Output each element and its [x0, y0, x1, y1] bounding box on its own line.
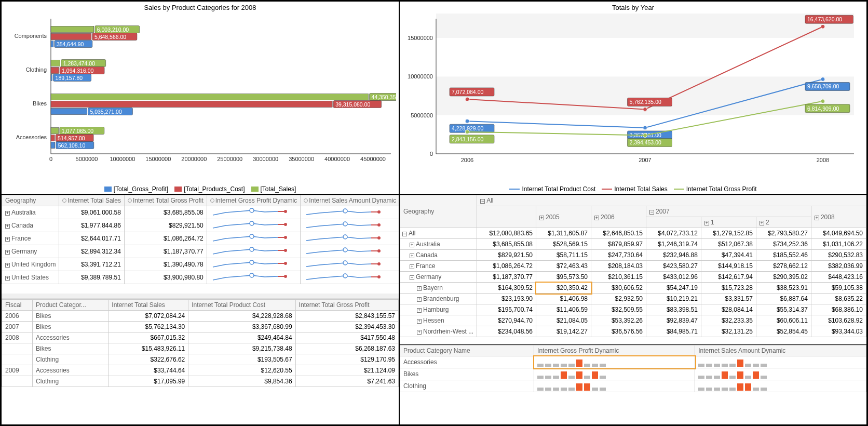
- bar-chart-title: Sales by Product Categories for 2008: [2, 2, 399, 14]
- svg-text:45000000: 45000000: [360, 156, 386, 162]
- svg-point-73: [643, 107, 647, 111]
- svg-point-95: [377, 210, 381, 214]
- line-chart-panel: Totals by Year 0500000010000000150000002…: [399, 1, 867, 194]
- svg-text:6,003,210.00: 6,003,210.00: [97, 26, 129, 33]
- svg-text:15000000: 15000000: [408, 35, 433, 41]
- line-legend: Internet Total Product Cost Internet Tot…: [400, 185, 866, 193]
- svg-text:5,648,566.00: 5,648,566.00: [94, 34, 126, 40]
- svg-point-98: [284, 223, 287, 226]
- svg-text:1,077,065.00: 1,077,065.00: [62, 128, 93, 134]
- svg-rect-43: [51, 128, 59, 134]
- svg-point-104: [284, 236, 287, 239]
- svg-rect-33: [51, 94, 369, 100]
- svg-point-81: [465, 130, 469, 134]
- svg-rect-16: [51, 34, 91, 40]
- svg-text:514,957.00: 514,957.00: [58, 135, 85, 141]
- svg-text:30000000: 30000000: [253, 156, 278, 162]
- svg-point-119: [377, 262, 381, 265]
- svg-rect-49: [51, 142, 55, 149]
- svg-text:0: 0: [430, 151, 433, 157]
- svg-point-114: [250, 260, 254, 264]
- svg-rect-13: [51, 26, 94, 33]
- svg-rect-19: [51, 41, 53, 47]
- svg-text:6,814,909.00: 6,814,909.00: [807, 105, 839, 112]
- svg-point-92: [284, 210, 287, 213]
- svg-text:Clothing: Clothing: [26, 66, 47, 73]
- svg-text:189,157.80: 189,157.80: [56, 75, 83, 81]
- svg-text:7,072,084.00: 7,072,084.00: [452, 89, 483, 95]
- svg-text:1,283,474.00: 1,283,474.00: [63, 60, 95, 66]
- svg-text:0: 0: [49, 156, 52, 162]
- svg-point-122: [284, 275, 287, 278]
- spark-grid[interactable]: Product Category NameInternet Gross Prof…: [400, 345, 866, 392]
- svg-text:5000000: 5000000: [411, 112, 433, 118]
- svg-point-117: [343, 261, 347, 265]
- svg-point-101: [377, 223, 381, 227]
- bar-chart: 0500000010000000150000002000000025000000…: [2, 14, 396, 175]
- svg-point-74: [821, 24, 825, 29]
- svg-point-93: [343, 209, 347, 213]
- svg-text:2,843,156.00: 2,843,156.00: [452, 136, 483, 142]
- svg-rect-36: [51, 101, 332, 108]
- svg-rect-39: [51, 109, 87, 115]
- svg-point-90: [250, 208, 254, 212]
- bar-chart-panel: Sales by Product Categories for 2008 050…: [1, 1, 399, 194]
- svg-point-113: [377, 249, 381, 252]
- svg-text:40000000: 40000000: [324, 156, 350, 162]
- svg-point-116: [284, 262, 287, 265]
- svg-point-99: [343, 222, 347, 226]
- svg-point-107: [377, 236, 381, 239]
- svg-text:5,762,135.00: 5,762,135.00: [630, 99, 661, 105]
- svg-point-105: [343, 235, 347, 239]
- left-grids: GeographyInternet Total SalesInternet To…: [1, 194, 399, 425]
- svg-point-120: [250, 273, 254, 277]
- svg-point-64: [643, 126, 647, 130]
- svg-text:562,108.10: 562,108.10: [58, 142, 86, 149]
- svg-text:44,350,350.00: 44,350,350.00: [372, 94, 396, 100]
- svg-text:35000000: 35000000: [289, 156, 314, 162]
- line-chart-title: Totals by Year: [400, 2, 866, 14]
- svg-point-83: [821, 99, 825, 103]
- right-grids: Geography−All+2005+2006−2007+2008+1+2−Al…: [399, 194, 867, 425]
- svg-point-125: [377, 275, 381, 278]
- svg-rect-23: [51, 60, 60, 66]
- pivot-grid[interactable]: Geography−All+2005+2006−2007+2008+1+2−Al…: [400, 195, 866, 337]
- svg-text:5000000: 5000000: [76, 156, 98, 162]
- svg-text:354,644.90: 354,644.90: [57, 41, 84, 47]
- svg-text:Components: Components: [15, 33, 47, 39]
- svg-point-65: [821, 77, 825, 81]
- svg-text:5,035,271.00: 5,035,271.00: [90, 109, 121, 115]
- svg-rect-26: [51, 68, 59, 74]
- svg-text:2008: 2008: [817, 157, 829, 163]
- svg-rect-29: [51, 75, 52, 81]
- svg-text:1,094,316.00: 1,094,316.00: [62, 68, 93, 74]
- svg-text:Bikes: Bikes: [33, 100, 47, 106]
- svg-text:10000000: 10000000: [110, 156, 135, 162]
- svg-text:2006: 2006: [461, 157, 473, 163]
- svg-point-96: [250, 221, 254, 225]
- svg-point-82: [643, 133, 647, 137]
- svg-point-108: [250, 247, 254, 251]
- svg-text:9,658,709.00: 9,658,709.00: [807, 83, 839, 89]
- svg-text:20000000: 20000000: [181, 156, 207, 162]
- svg-text:15000000: 15000000: [145, 156, 171, 162]
- svg-text:2007: 2007: [639, 157, 651, 163]
- svg-text:25000000: 25000000: [217, 156, 242, 162]
- svg-point-72: [465, 97, 469, 101]
- bar-legend: [Total_Gross_Profit] [Total_Products_Cos…: [2, 185, 399, 193]
- svg-text:10000000: 10000000: [408, 73, 433, 79]
- svg-text:2,394,453.00: 2,394,453.00: [630, 139, 661, 145]
- fiscal-grid[interactable]: FiscalProduct Categor...Internet Total S…: [2, 299, 399, 387]
- svg-text:16,473,620.00: 16,473,620.00: [807, 16, 842, 22]
- svg-point-110: [284, 249, 287, 252]
- svg-point-123: [343, 274, 347, 278]
- svg-text:Accessories: Accessories: [16, 134, 47, 140]
- svg-point-102: [250, 234, 254, 238]
- line-chart: 0500000010000000150000002006200720084,22…: [400, 14, 864, 175]
- svg-rect-46: [51, 135, 55, 141]
- svg-text:39,315,080.00: 39,315,080.00: [335, 101, 370, 108]
- svg-point-63: [465, 119, 469, 123]
- svg-point-111: [343, 248, 347, 252]
- svg-rect-53: [436, 14, 854, 38]
- geography-grid[interactable]: GeographyInternet Total SalesInternet To…: [2, 195, 399, 284]
